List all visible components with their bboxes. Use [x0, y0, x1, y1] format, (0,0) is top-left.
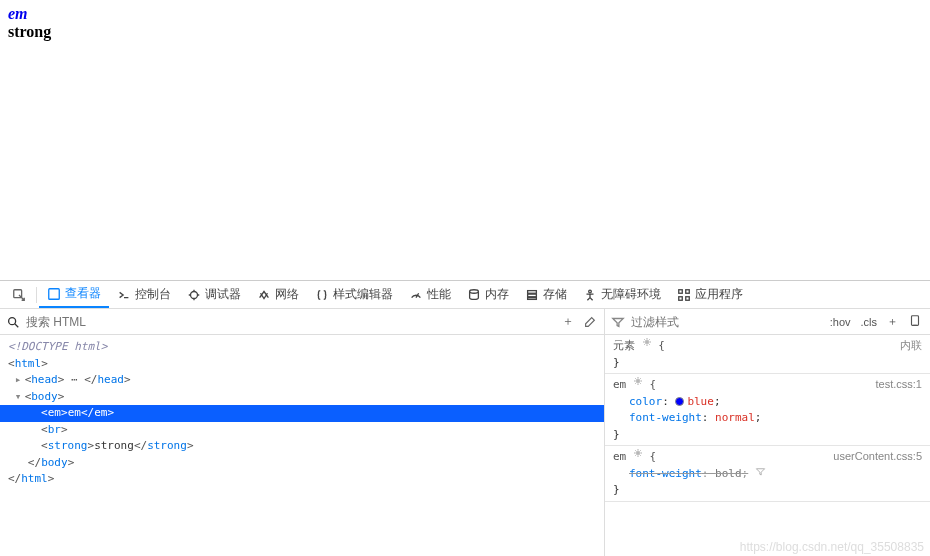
tab-inspector[interactable]: 查看器: [39, 281, 109, 308]
gauge-icon: [409, 288, 423, 302]
search-icon: [6, 315, 20, 329]
prop-name[interactable]: font-weight: [629, 411, 702, 424]
bug-icon: [187, 288, 201, 302]
tab-label: 性能: [427, 286, 451, 303]
svg-rect-1: [49, 288, 60, 299]
rule-selector: em: [613, 378, 626, 391]
storage-icon: [525, 288, 539, 302]
dom-br-element[interactable]: <br>: [0, 422, 604, 439]
tab-label: 控制台: [135, 286, 171, 303]
dom-tree[interactable]: <!DOCTYPE html> <html> ▸<head> ⋯ </head>…: [0, 335, 604, 556]
svg-point-3: [470, 289, 479, 293]
styles-panel: :hov .cls ＋ 元素 { } 内联 em { color: blue; …: [605, 309, 930, 556]
svg-point-7: [589, 290, 592, 293]
db-icon: [467, 288, 481, 302]
tab-applications[interactable]: 应用程序: [669, 281, 751, 308]
svg-point-15: [637, 380, 640, 383]
gear-icon[interactable]: [633, 448, 643, 458]
color-swatch-icon[interactable]: [675, 397, 684, 406]
tab-storage[interactable]: 存储: [517, 281, 575, 308]
tab-label: 内存: [485, 286, 509, 303]
svg-rect-6: [528, 297, 537, 299]
tab-accessibility[interactable]: 无障碍环境: [575, 281, 669, 308]
svg-point-14: [645, 341, 648, 344]
styles-filter-input[interactable]: [631, 315, 822, 329]
tab-label: 无障碍环境: [601, 286, 661, 303]
tab-performance[interactable]: 性能: [401, 281, 459, 308]
svg-rect-5: [528, 294, 537, 297]
prop-value[interactable]: normal: [715, 411, 755, 424]
tab-debugger[interactable]: 调试器: [179, 281, 249, 308]
devtools-toolbar: 查看器 控制台 调试器 网络 样式编辑器 性能 内存 存储: [0, 281, 930, 309]
network-icon: [257, 288, 271, 302]
tab-label: 查看器: [65, 285, 101, 302]
dom-body-close[interactable]: </body>: [0, 455, 604, 472]
prop-name[interactable]: color: [629, 395, 662, 408]
tab-label: 存储: [543, 286, 567, 303]
separator: [36, 287, 37, 303]
viewport: em strong: [0, 0, 930, 280]
tab-network[interactable]: 网络: [249, 281, 307, 308]
prop-value[interactable]: blue: [687, 395, 714, 408]
svg-point-12: [9, 317, 16, 324]
rule-selector: em: [613, 450, 626, 463]
rule-inline[interactable]: 元素 { } 内联: [605, 335, 930, 374]
dom-head[interactable]: ▸<head> ⋯ </head>: [0, 372, 604, 389]
filter-icon: [611, 315, 625, 329]
prop-name[interactable]: font-weight: [629, 467, 702, 480]
gear-icon[interactable]: [633, 376, 643, 386]
braces-icon: [315, 288, 329, 302]
element-picker-button[interactable]: [4, 281, 34, 308]
svg-point-16: [637, 452, 640, 455]
dom-doctype[interactable]: <!DOCTYPE html>: [0, 339, 604, 356]
svg-point-2: [191, 291, 198, 298]
tab-style-editor[interactable]: 样式编辑器: [307, 281, 401, 308]
picker-icon: [12, 288, 26, 302]
add-node-button[interactable]: ＋: [560, 314, 576, 330]
dom-html-open[interactable]: <html>: [0, 356, 604, 373]
tab-console[interactable]: 控制台: [109, 281, 179, 308]
styles-filter-row: :hov .cls ＋: [605, 309, 930, 335]
eyedropper-button[interactable]: [582, 314, 598, 330]
rule-source[interactable]: 内联: [900, 337, 922, 354]
dom-body-open[interactable]: ▾<body>: [0, 389, 604, 406]
dom-em-element[interactable]: <em>em</em>: [0, 405, 604, 422]
dom-search-row: ＋: [0, 309, 604, 335]
dom-html-close[interactable]: </html>: [0, 471, 604, 488]
prop-value[interactable]: bold: [715, 467, 742, 480]
cls-button[interactable]: .cls: [859, 316, 880, 328]
rules-list: 元素 { } 内联 em { color: blue; font-weight:…: [605, 335, 930, 556]
tab-label: 调试器: [205, 286, 241, 303]
svg-rect-13: [912, 315, 919, 325]
light-mode-button[interactable]: [906, 314, 924, 330]
tab-label: 应用程序: [695, 286, 743, 303]
dom-panel: ＋ <!DOCTYPE html> <html> ▸<head> ⋯ </hea…: [0, 309, 605, 556]
dom-strong-element[interactable]: <strong>strong</strong>: [0, 438, 604, 455]
rule-usercontent[interactable]: em { font-weight: bold; } userContent.cs…: [605, 446, 930, 502]
filter-icon[interactable]: [755, 467, 766, 480]
tab-label: 网络: [275, 286, 299, 303]
gear-icon[interactable]: [642, 337, 652, 347]
svg-rect-10: [679, 296, 683, 300]
rule-source[interactable]: userContent.css:5: [833, 448, 922, 465]
svg-rect-4: [528, 290, 537, 293]
a11y-icon: [583, 288, 597, 302]
svg-rect-9: [686, 289, 690, 293]
tab-label: 样式编辑器: [333, 286, 393, 303]
apps-icon: [677, 288, 691, 302]
add-rule-button[interactable]: ＋: [885, 314, 900, 329]
console-icon: [117, 288, 131, 302]
page-strong-text: strong: [8, 23, 51, 40]
rule-selector: 元素: [613, 339, 635, 352]
rule-testcss[interactable]: em { color: blue; font-weight: normal; }…: [605, 374, 930, 446]
devtools: 查看器 控制台 调试器 网络 样式编辑器 性能 内存 存储: [0, 280, 930, 556]
panels: ＋ <!DOCTYPE html> <html> ▸<head> ⋯ </hea…: [0, 309, 930, 556]
svg-rect-8: [679, 289, 683, 293]
page-em-text: em: [8, 5, 28, 22]
tab-memory[interactable]: 内存: [459, 281, 517, 308]
svg-rect-11: [686, 296, 690, 300]
box-icon: [47, 287, 61, 301]
hov-button[interactable]: :hov: [828, 316, 853, 328]
dom-search-input[interactable]: [26, 315, 554, 329]
rule-source[interactable]: test.css:1: [876, 376, 922, 393]
